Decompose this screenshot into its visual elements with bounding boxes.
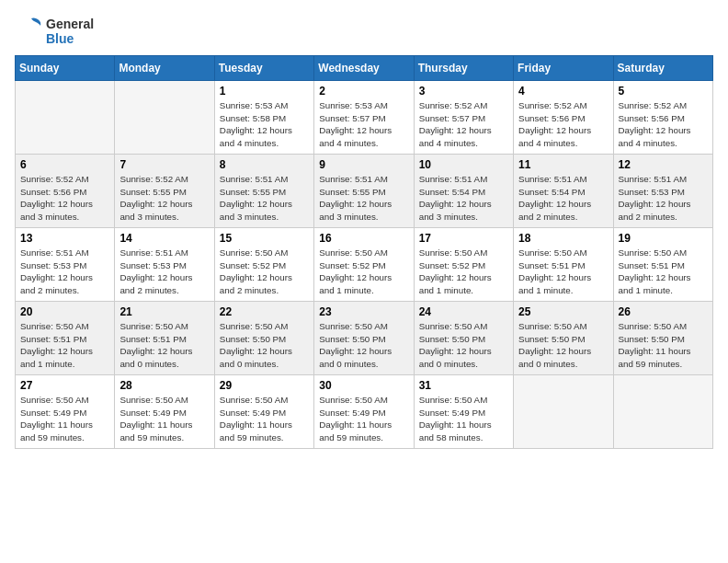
day-info: Sunrise: 5:50 AM Sunset: 5:50 PM Dayligh… [419,320,508,371]
day-number: 4 [518,85,608,98]
day-info: Sunrise: 5:51 AM Sunset: 5:55 PM Dayligh… [319,173,408,224]
calendar-day-cell: 31Sunrise: 5:50 AM Sunset: 5:49 PM Dayli… [414,375,513,449]
calendar-day-cell: 16Sunrise: 5:50 AM Sunset: 5:52 PM Dayli… [314,228,414,302]
calendar-day-cell: 12Sunrise: 5:51 AM Sunset: 5:53 PM Dayli… [613,155,712,228]
calendar-day-cell: 21Sunrise: 5:50 AM Sunset: 5:51 PM Dayli… [115,302,214,375]
day-info: Sunrise: 5:51 AM Sunset: 5:53 PM Dayligh… [20,247,109,297]
day-info: Sunrise: 5:50 AM Sunset: 5:50 PM Dayligh… [220,320,309,371]
day-number: 9 [319,158,408,171]
calendar-day-cell: 1Sunrise: 5:53 AM Sunset: 5:58 PM Daylig… [214,81,313,155]
day-number: 27 [20,379,109,392]
day-number: 3 [419,85,508,98]
calendar-header-row: SundayMondayTuesdayWednesdayThursdayFrid… [16,56,713,81]
calendar-day-cell: 5Sunrise: 5:52 AM Sunset: 5:56 PM Daylig… [613,81,712,155]
day-number: 7 [119,158,209,171]
calendar-day-cell [514,375,613,449]
calendar-day-cell: 6Sunrise: 5:52 AM Sunset: 5:56 PM Daylig… [16,155,115,228]
calendar-day-cell [613,375,712,449]
calendar-day-cell: 2Sunrise: 5:53 AM Sunset: 5:57 PM Daylig… [314,81,414,155]
calendar-day-cell: 17Sunrise: 5:50 AM Sunset: 5:52 PM Dayli… [414,228,513,302]
calendar-day-cell: 29Sunrise: 5:50 AM Sunset: 5:49 PM Dayli… [214,375,313,449]
day-header: Wednesday [314,56,414,81]
day-number: 6 [20,158,109,171]
day-number: 14 [119,232,209,245]
calendar-day-cell: 26Sunrise: 5:50 AM Sunset: 5:50 PM Dayli… [613,302,712,375]
day-header: Thursday [414,56,513,81]
day-header: Saturday [613,56,712,81]
day-header: Monday [115,56,214,81]
calendar-day-cell: 22Sunrise: 5:50 AM Sunset: 5:50 PM Dayli… [214,302,313,375]
day-number: 21 [119,305,209,318]
calendar-day-cell: 15Sunrise: 5:50 AM Sunset: 5:52 PM Dayli… [214,228,313,302]
calendar-week-row: 27Sunrise: 5:50 AM Sunset: 5:49 PM Dayli… [16,375,713,449]
day-number: 29 [220,379,309,392]
calendar-day-cell: 4Sunrise: 5:52 AM Sunset: 5:56 PM Daylig… [514,81,613,155]
day-info: Sunrise: 5:52 AM Sunset: 5:56 PM Dayligh… [20,173,109,224]
calendar-table: SundayMondayTuesdayWednesdayThursdayFrid… [15,55,713,449]
day-number: 26 [619,305,708,318]
calendar-week-row: 6Sunrise: 5:52 AM Sunset: 5:56 PM Daylig… [16,155,713,228]
day-number: 2 [319,85,408,98]
day-info: Sunrise: 5:50 AM Sunset: 5:49 PM Dayligh… [319,394,408,444]
day-info: Sunrise: 5:50 AM Sunset: 5:49 PM Dayligh… [20,394,109,444]
calendar-day-cell: 10Sunrise: 5:51 AM Sunset: 5:54 PM Dayli… [414,155,513,228]
logo: General Blue [15,15,94,48]
day-number: 25 [518,305,608,318]
day-info: Sunrise: 5:50 AM Sunset: 5:52 PM Dayligh… [319,247,408,297]
logo-text-blue: Blue [46,31,94,46]
day-number: 22 [220,305,309,318]
day-number: 15 [220,232,309,245]
calendar-day-cell: 9Sunrise: 5:51 AM Sunset: 5:55 PM Daylig… [314,155,414,228]
day-number: 20 [20,305,109,318]
day-number: 31 [419,379,508,392]
logo-bird-icon [15,15,44,48]
calendar-day-cell: 11Sunrise: 5:51 AM Sunset: 5:54 PM Dayli… [514,155,613,228]
calendar-day-cell: 23Sunrise: 5:50 AM Sunset: 5:50 PM Dayli… [314,302,414,375]
day-info: Sunrise: 5:51 AM Sunset: 5:53 PM Dayligh… [619,173,708,224]
day-number: 18 [518,232,608,245]
day-number: 19 [619,232,708,245]
day-info: Sunrise: 5:51 AM Sunset: 5:55 PM Dayligh… [220,173,309,224]
day-header: Tuesday [214,56,313,81]
day-number: 16 [319,232,408,245]
day-number: 5 [619,85,708,98]
day-info: Sunrise: 5:50 AM Sunset: 5:51 PM Dayligh… [518,247,608,297]
day-number: 8 [220,158,309,171]
calendar-day-cell: 3Sunrise: 5:52 AM Sunset: 5:57 PM Daylig… [414,81,513,155]
day-info: Sunrise: 5:50 AM Sunset: 5:50 PM Dayligh… [319,320,408,371]
calendar-day-cell [16,81,115,155]
day-number: 30 [319,379,408,392]
calendar-day-cell: 14Sunrise: 5:51 AM Sunset: 5:53 PM Dayli… [115,228,214,302]
day-info: Sunrise: 5:50 AM Sunset: 5:51 PM Dayligh… [119,320,209,371]
logo-container: General Blue [15,15,94,48]
calendar-day-cell: 25Sunrise: 5:50 AM Sunset: 5:50 PM Dayli… [514,302,613,375]
day-info: Sunrise: 5:50 AM Sunset: 5:49 PM Dayligh… [419,394,508,444]
calendar-day-cell: 30Sunrise: 5:50 AM Sunset: 5:49 PM Dayli… [314,375,414,449]
day-info: Sunrise: 5:52 AM Sunset: 5:56 PM Dayligh… [518,99,608,150]
day-number: 13 [20,232,109,245]
calendar-day-cell: 19Sunrise: 5:50 AM Sunset: 5:51 PM Dayli… [613,228,712,302]
day-info: Sunrise: 5:50 AM Sunset: 5:50 PM Dayligh… [619,320,708,371]
day-info: Sunrise: 5:51 AM Sunset: 5:53 PM Dayligh… [119,247,209,297]
day-number: 24 [419,305,508,318]
day-info: Sunrise: 5:50 AM Sunset: 5:51 PM Dayligh… [619,247,708,297]
day-info: Sunrise: 5:50 AM Sunset: 5:52 PM Dayligh… [419,247,508,297]
day-info: Sunrise: 5:50 AM Sunset: 5:51 PM Dayligh… [20,320,109,371]
calendar-day-cell: 28Sunrise: 5:50 AM Sunset: 5:49 PM Dayli… [115,375,214,449]
day-header: Friday [514,56,613,81]
calendar-day-cell: 8Sunrise: 5:51 AM Sunset: 5:55 PM Daylig… [214,155,313,228]
day-info: Sunrise: 5:52 AM Sunset: 5:55 PM Dayligh… [119,173,209,224]
day-number: 10 [419,158,508,171]
calendar-week-row: 13Sunrise: 5:51 AM Sunset: 5:53 PM Dayli… [16,228,713,302]
day-info: Sunrise: 5:53 AM Sunset: 5:58 PM Dayligh… [220,99,309,150]
day-info: Sunrise: 5:50 AM Sunset: 5:49 PM Dayligh… [119,394,209,444]
day-info: Sunrise: 5:51 AM Sunset: 5:54 PM Dayligh… [419,173,508,224]
calendar-day-cell: 20Sunrise: 5:50 AM Sunset: 5:51 PM Dayli… [16,302,115,375]
day-info: Sunrise: 5:52 AM Sunset: 5:56 PM Dayligh… [619,99,708,150]
day-info: Sunrise: 5:50 AM Sunset: 5:49 PM Dayligh… [220,394,309,444]
calendar-week-row: 20Sunrise: 5:50 AM Sunset: 5:51 PM Dayli… [16,302,713,375]
calendar-day-cell: 27Sunrise: 5:50 AM Sunset: 5:49 PM Dayli… [16,375,115,449]
day-number: 1 [220,85,309,98]
day-info: Sunrise: 5:50 AM Sunset: 5:50 PM Dayligh… [518,320,608,371]
calendar-day-cell [115,81,214,155]
